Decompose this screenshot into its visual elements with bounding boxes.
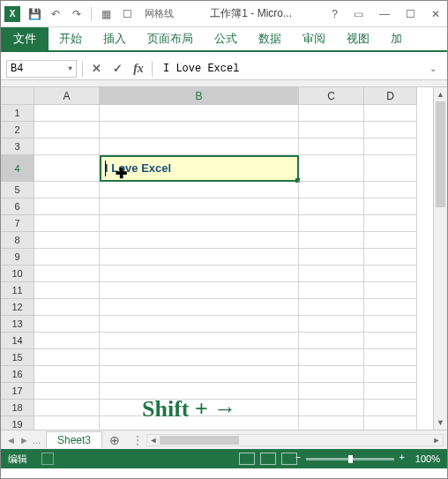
cell[interactable] (364, 316, 417, 333)
column-header-C[interactable]: C (299, 87, 364, 105)
row-header[interactable]: 13 (1, 316, 34, 333)
cell[interactable] (364, 383, 417, 400)
cell[interactable] (100, 198, 299, 215)
row-header[interactable]: 12 (1, 299, 34, 316)
cell-B4-selected[interactable]: I Love Excel (100, 155, 299, 182)
cell[interactable] (34, 333, 100, 349)
cell[interactable] (364, 198, 417, 215)
cell[interactable] (364, 155, 417, 182)
cell[interactable] (100, 266, 299, 282)
cell[interactable] (299, 349, 364, 366)
cell[interactable] (34, 249, 100, 266)
tab-page-layout[interactable]: 页面布局 (137, 27, 204, 50)
row-header[interactable]: 10 (1, 266, 34, 282)
cell[interactable] (364, 333, 417, 349)
sheet-nav-next-icon[interactable]: ► (19, 435, 29, 445)
cell[interactable] (34, 215, 100, 232)
cell[interactable] (34, 400, 100, 416)
cell[interactable] (364, 349, 417, 366)
cell[interactable] (299, 105, 364, 122)
row-header[interactable]: 11 (1, 282, 34, 299)
cell[interactable] (34, 198, 100, 215)
cell[interactable] (299, 138, 364, 155)
page-layout-view-icon[interactable] (260, 453, 276, 465)
cell[interactable] (34, 266, 100, 282)
cell[interactable] (299, 400, 364, 416)
cell[interactable] (34, 138, 100, 155)
row-header[interactable]: 5 (1, 182, 34, 198)
cell[interactable] (299, 155, 364, 182)
cell[interactable] (364, 105, 417, 122)
undo-icon[interactable]: ↶ (49, 7, 63, 21)
tab-split-handle[interactable]: ⋮ (132, 434, 143, 446)
cell[interactable] (100, 215, 299, 232)
row-header[interactable]: 19 (1, 416, 34, 430)
cell[interactable] (299, 215, 364, 232)
cell[interactable] (34, 416, 100, 430)
cell[interactable] (299, 366, 364, 383)
row-header[interactable]: 2 (1, 122, 34, 138)
cell[interactable] (100, 316, 299, 333)
cell[interactable] (34, 383, 100, 400)
row-header[interactable]: 3 (1, 138, 34, 155)
help-icon[interactable]: ? (328, 8, 341, 20)
sheet-tab-active[interactable]: Sheet3 (46, 431, 102, 448)
cell[interactable] (34, 282, 100, 299)
row-header[interactable]: 9 (1, 249, 34, 266)
column-header-B[interactable]: B (100, 87, 299, 105)
fx-icon[interactable]: fx (131, 61, 146, 77)
cell[interactable] (100, 333, 299, 349)
sheet-nav-dots[interactable]: ... (33, 435, 41, 445)
cell[interactable] (34, 299, 100, 316)
scroll-up-icon[interactable]: ▲ (434, 87, 447, 101)
tab-addins[interactable]: 加 (380, 27, 413, 50)
scroll-right-icon[interactable]: ► (430, 435, 443, 445)
tab-insert[interactable]: 插入 (93, 27, 137, 50)
cancel-icon[interactable]: ✕ (88, 61, 104, 77)
cell[interactable] (34, 366, 100, 383)
cell[interactable] (100, 138, 299, 155)
cell[interactable] (364, 232, 417, 249)
tab-review[interactable]: 审阅 (292, 27, 336, 50)
border-icon[interactable]: ▦ (99, 7, 113, 21)
vertical-scrollbar[interactable]: ▲ ▼ (433, 87, 447, 430)
row-header[interactable]: 7 (1, 215, 34, 232)
cell[interactable] (100, 282, 299, 299)
tab-data[interactable]: 数据 (248, 27, 292, 50)
name-box[interactable]: B4 ▼ (6, 60, 77, 78)
horizontal-scrollbar[interactable]: ◄ ► (146, 434, 444, 446)
cell[interactable] (34, 349, 100, 366)
cell[interactable] (299, 333, 364, 349)
tab-home[interactable]: 开始 (49, 27, 93, 50)
close-icon[interactable]: ✕ (428, 8, 444, 20)
cell[interactable] (364, 416, 417, 430)
tab-view[interactable]: 视图 (336, 27, 380, 50)
cell[interactable] (364, 249, 417, 266)
scroll-thumb[interactable] (160, 436, 239, 445)
zoom-percentage[interactable]: 100% (415, 453, 440, 464)
cell[interactable] (100, 400, 299, 416)
ribbon-display-icon[interactable]: ▭ (350, 8, 367, 20)
row-header[interactable]: 1 (1, 105, 34, 122)
add-sheet-icon[interactable]: ⊕ (102, 433, 127, 447)
cell[interactable] (100, 122, 299, 138)
cell[interactable] (364, 266, 417, 282)
expand-formula-bar-icon[interactable]: ⌄ (429, 64, 442, 73)
macro-record-icon[interactable] (41, 453, 54, 465)
file-tab[interactable]: 文件 (1, 27, 49, 50)
gridlines-label[interactable]: 网格线 (145, 7, 174, 20)
cell[interactable] (299, 249, 364, 266)
cell[interactable] (364, 182, 417, 198)
cell[interactable] (34, 122, 100, 138)
minimize-icon[interactable]: — (376, 8, 393, 20)
cell[interactable] (299, 416, 364, 430)
cell[interactable] (364, 138, 417, 155)
cell[interactable] (299, 383, 364, 400)
cell[interactable] (299, 316, 364, 333)
normal-view-icon[interactable] (239, 453, 255, 465)
save-icon[interactable]: 💾 (27, 7, 41, 21)
cell[interactable] (364, 299, 417, 316)
cell[interactable] (364, 366, 417, 383)
row-header[interactable]: 18 (1, 400, 34, 416)
column-header-A[interactable]: A (34, 87, 100, 105)
